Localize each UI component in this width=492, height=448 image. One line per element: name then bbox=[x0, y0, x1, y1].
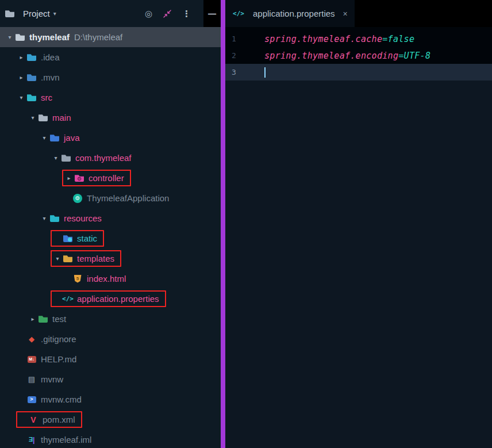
resources-folder-icon bbox=[49, 214, 60, 223]
tree-item-static[interactable]: static bbox=[0, 228, 221, 248]
tree-item-mvnw[interactable]: ▤mvnw bbox=[0, 369, 221, 389]
tree-item-src[interactable]: ▾src bbox=[0, 87, 221, 108]
code-line-2[interactable]: 2spring.thymeleaf.encoding=UTF-8 bbox=[225, 47, 492, 64]
code-text bbox=[259, 67, 266, 78]
tree-item-thymeleafapplication[interactable]: ⚙ThymeleafApplication bbox=[0, 188, 221, 208]
row-content: ▾resources bbox=[39, 210, 102, 227]
more-options-icon[interactable]: ⋮ bbox=[182, 9, 191, 18]
chevron-down-icon[interactable]: ▾ bbox=[28, 114, 38, 121]
code-editor[interactable]: 1spring.thymeleaf.cache=false2spring.thy… bbox=[225, 27, 492, 448]
chevron-down-icon[interactable]: ▾ bbox=[39, 135, 49, 141]
code-line-3[interactable]: 3 bbox=[225, 64, 492, 81]
text-caret bbox=[264, 67, 266, 78]
row-content: ▤mvnw bbox=[16, 371, 63, 388]
chevron-down-icon[interactable]: ▾ bbox=[39, 215, 49, 221]
header-black-strip: — bbox=[203, 0, 221, 27]
tree-item-index-html[interactable]: 5index.html bbox=[0, 269, 221, 289]
indent-spacer bbox=[0, 319, 28, 319]
tree-item-gitignore[interactable]: ◆.gitignore bbox=[0, 329, 221, 349]
tree-item-com-thymeleaf[interactable]: ▾com.thymeleaf bbox=[0, 148, 221, 168]
tree-item-mvn[interactable]: ▸.mvn bbox=[0, 67, 221, 87]
tab-application-properties[interactable]: </> application.properties × bbox=[225, 0, 355, 27]
row-content: ▾com.thymeleaf bbox=[51, 150, 132, 166]
row-content: E|thymeleaf.iml bbox=[16, 431, 91, 448]
tree-item-main[interactable]: ▾main bbox=[0, 108, 221, 128]
red-annotation-box: static bbox=[51, 230, 104, 247]
tree-item-thymeleaf-iml[interactable]: E|thymeleaf.iml bbox=[0, 430, 221, 448]
project-panel-title[interactable]: Project bbox=[23, 9, 50, 18]
red-annotation-box: Vpom.xml bbox=[16, 411, 82, 428]
chevron-down-icon[interactable]: ▾ bbox=[16, 94, 26, 101]
indent-spacer bbox=[0, 218, 39, 219]
line-number: 1 bbox=[225, 35, 259, 43]
row-content: ▾src bbox=[16, 89, 52, 106]
chevron-down-icon[interactable]: ▾ bbox=[51, 155, 61, 161]
tree-item-thymeleaf[interactable]: ▾thymeleafD:\thymeleaf bbox=[0, 27, 221, 47]
java-folder-icon bbox=[49, 133, 60, 143]
panel-resize-divider[interactable] bbox=[221, 0, 225, 448]
collapse-all-icon[interactable] bbox=[163, 9, 172, 18]
property-value: =UTF-8 bbox=[398, 51, 430, 61]
locate-file-icon[interactable]: ◎ bbox=[145, 9, 152, 18]
tree-item-java[interactable]: ▾java bbox=[0, 128, 221, 148]
project-panel: Project ▾ ◎ ⋮ — ▾thymeleafD:\thymeleaf▸.… bbox=[0, 0, 221, 448]
editor-tab-bar: </> application.properties × bbox=[225, 0, 492, 27]
tree-item-label: ThymeleafApplication bbox=[87, 193, 169, 203]
tree-item-label: thymeleaf bbox=[29, 32, 70, 42]
chevron-down-icon[interactable]: ▾ bbox=[52, 255, 63, 262]
chevron-right-icon[interactable]: ▸ bbox=[16, 54, 26, 60]
tree-item-label: index.html bbox=[87, 274, 126, 284]
row-content: ▸test bbox=[28, 311, 66, 327]
property-key: spring.thymeleaf.cache bbox=[264, 34, 382, 44]
spring-class-icon: ⚙ bbox=[72, 194, 83, 203]
md-file-icon: M↓ bbox=[26, 355, 37, 364]
chevron-down-icon[interactable]: ▾ bbox=[53, 10, 56, 17]
indent-spacer bbox=[0, 278, 62, 279]
tree-item-label: controller bbox=[89, 173, 124, 183]
indent-spacer bbox=[0, 158, 51, 158]
properties-file-icon: </> bbox=[63, 294, 73, 304]
tree-item-controller[interactable]: ▸⚙controller bbox=[0, 168, 221, 188]
tree-item-label: application.properties bbox=[77, 294, 159, 304]
code-line-1[interactable]: 1spring.thymeleaf.cache=false bbox=[225, 30, 492, 47]
tree-item-pom-xml[interactable]: Vpom.xml bbox=[0, 409, 221, 430]
tree-item-resources[interactable]: ▾resources bbox=[0, 208, 221, 228]
tree-item-test[interactable]: ▸test bbox=[0, 309, 221, 329]
close-tab-icon[interactable]: × bbox=[343, 9, 348, 18]
tree-item-path: D:\thymeleaf bbox=[74, 32, 122, 42]
tree-item-label: java bbox=[64, 133, 80, 143]
red-annotation-box: ▾templates bbox=[51, 250, 121, 267]
indent-spacer bbox=[0, 339, 16, 339]
tree-item-label: .idea bbox=[41, 52, 60, 62]
tree-item-label: pom.xml bbox=[43, 415, 75, 424]
row-content: ⚙ThymeleafApplication bbox=[62, 190, 169, 206]
indent-spacer bbox=[0, 198, 62, 198]
chevron-right-icon[interactable]: ▸ bbox=[64, 175, 74, 181]
tree-item-label: mvnw bbox=[41, 374, 63, 384]
row-content: ▾main bbox=[28, 109, 71, 126]
red-annotation-box: </>application.properties bbox=[51, 290, 166, 307]
tree-item-label: templates bbox=[77, 254, 114, 263]
hide-panel-icon[interactable]: — bbox=[208, 9, 216, 18]
tree-item-idea[interactable]: ▸.idea bbox=[0, 47, 221, 67]
row-content: ▸.mvn bbox=[16, 69, 60, 86]
tree-item-mvnw-cmd[interactable]: >mvnw.cmd bbox=[0, 389, 221, 409]
cmd-file-icon: > bbox=[26, 395, 37, 404]
chevron-right-icon[interactable]: ▸ bbox=[28, 316, 38, 322]
row-content: >mvnw.cmd bbox=[16, 391, 82, 408]
project-panel-header: Project ▾ ◎ ⋮ — bbox=[0, 0, 221, 27]
indent-spacer bbox=[0, 359, 16, 359]
tree-item-templates[interactable]: ▾templates bbox=[0, 248, 221, 269]
tree-item-help-md[interactable]: M↓HELP.md bbox=[0, 349, 221, 369]
idea-folder-icon bbox=[26, 53, 37, 62]
chevron-down-icon[interactable]: ▾ bbox=[5, 34, 15, 40]
property-key: spring.thymeleaf.encoding bbox=[264, 51, 398, 61]
row-content: ◆.gitignore bbox=[16, 331, 76, 347]
mvnw-file-icon: ▤ bbox=[26, 375, 37, 384]
indent-spacer bbox=[0, 178, 62, 178]
tree-item-application-properties[interactable]: </>application.properties bbox=[0, 289, 221, 309]
tree-item-label: .gitignore bbox=[41, 334, 76, 344]
row-content: ▾thymeleafD:\thymeleaf bbox=[5, 29, 122, 45]
indent-spacer bbox=[0, 399, 16, 400]
chevron-right-icon[interactable]: ▸ bbox=[16, 74, 26, 81]
